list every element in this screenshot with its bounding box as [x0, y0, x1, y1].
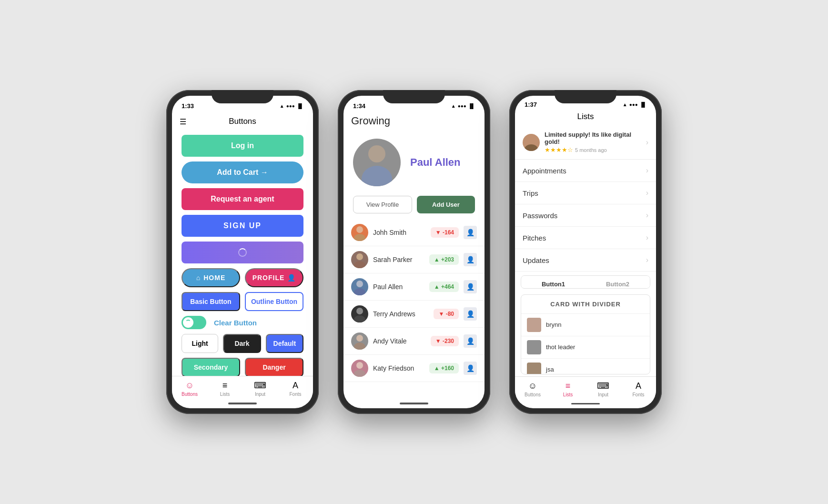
- user-name-5: Katy Friedson: [373, 364, 424, 372]
- table-row: Paul Allen ▲ +464 👤: [343, 273, 485, 301]
- buttons-content: Log in Add to Cart → Request an agent SI…: [172, 130, 313, 376]
- tab-toggle: Button1 Button2: [521, 275, 650, 289]
- wifi-icon-3: ▲: [623, 102, 627, 107]
- tab-lists[interactable]: ≡ Lists: [212, 381, 238, 397]
- card-avatar-1: [527, 340, 541, 354]
- tab3-fonts[interactable]: A Fonts: [625, 381, 652, 397]
- time-2: 1:34: [353, 102, 365, 110]
- list-item-label-appointments: Appointments: [523, 167, 566, 175]
- profile-button[interactable]: PROFILE 👤: [245, 268, 303, 287]
- list-item-appointments[interactable]: Appointments ›: [515, 160, 656, 182]
- battery-icon-2: ▐▌: [468, 103, 475, 109]
- agent-button[interactable]: Request an agent: [182, 188, 303, 210]
- page-title-lists: Lists: [515, 110, 656, 125]
- list-item-pitches[interactable]: Pitches ›: [515, 227, 656, 249]
- tab3-lists-label: Lists: [563, 392, 573, 397]
- login-button[interactable]: Log in: [182, 135, 303, 157]
- user-avatar-2: [351, 278, 368, 295]
- home-icon: ⌂: [196, 274, 201, 282]
- svg-point-7: [354, 288, 365, 295]
- buttons-tab-label: Buttons: [182, 392, 198, 397]
- user-action-4[interactable]: 👤: [464, 334, 477, 348]
- svg-point-4: [356, 253, 363, 260]
- chevron-trips: ›: [646, 189, 648, 197]
- score-4: ▼ -230: [431, 336, 459, 346]
- profile-name: Paul Allen: [410, 156, 461, 169]
- view-profile-button[interactable]: View Profile: [353, 196, 412, 213]
- svg-point-13: [354, 370, 365, 377]
- tab-bar-1: ☺ Buttons ≡ Lists ⌨ Input A Fonts: [172, 376, 313, 403]
- signup-button[interactable]: SIGN UP: [182, 215, 303, 237]
- user-name-1: Sarah Parker: [373, 256, 424, 263]
- secondary-button[interactable]: Secondary: [182, 358, 240, 376]
- review-time: 5 months ago: [575, 147, 607, 153]
- toggle-button2[interactable]: Button2: [586, 276, 650, 288]
- page-title-buttons: Buttons: [229, 117, 256, 126]
- review-avatar-svg: [523, 134, 540, 151]
- home-button[interactable]: ⌂ HOME: [182, 268, 240, 287]
- danger-button[interactable]: Danger: [245, 358, 303, 376]
- user-name-4: Andy Vitale: [373, 337, 426, 345]
- review-avatar: [523, 134, 540, 151]
- score-2: ▲ +464: [429, 282, 459, 292]
- default-button[interactable]: Default: [266, 334, 303, 353]
- dark-button[interactable]: Dark: [223, 334, 261, 353]
- toggle-switch[interactable]: [182, 316, 206, 329]
- list-section: Appointments › Trips › Passwords › Pitch…: [515, 160, 656, 272]
- fonts-tab-icon: A: [293, 381, 298, 391]
- tab3-input-label: Input: [598, 392, 608, 397]
- lists-tab-label: Lists: [220, 392, 230, 397]
- svg-point-12: [356, 362, 363, 369]
- user-action-2[interactable]: 👤: [464, 280, 477, 293]
- svg-point-1: [362, 166, 392, 186]
- toggle-inner: [183, 317, 193, 328]
- card-avatar-2: [527, 363, 541, 374]
- tab3-input-icon: ⌨: [597, 381, 609, 391]
- tab3-fonts-label: Fonts: [632, 392, 644, 397]
- clear-button[interactable]: Clear Button: [214, 319, 257, 327]
- add-user-button[interactable]: Add User: [417, 196, 475, 213]
- tab3-buttons-icon: ☺: [528, 381, 537, 391]
- loading-button[interactable]: [182, 242, 303, 263]
- tab3-input[interactable]: ⌨ Input: [590, 381, 616, 397]
- signal-icon-2: ●●●: [458, 103, 466, 109]
- card-user-name-2: jsa: [546, 366, 554, 373]
- input-tab-icon: ⌨: [254, 380, 266, 391]
- tab3-buttons[interactable]: ☺ Buttons: [519, 381, 546, 397]
- card-user-row-2: jsa: [521, 359, 650, 374]
- home-indicator-2: [400, 403, 428, 404]
- outline-button[interactable]: Outline Button: [245, 292, 303, 311]
- list-item-updates[interactable]: Updates ›: [515, 249, 656, 272]
- review-meta: ★★★★☆ 5 months ago: [545, 146, 641, 153]
- hamburger-icon[interactable]: ☰: [180, 117, 186, 126]
- tab3-lists[interactable]: ≡ Lists: [555, 381, 581, 397]
- user-action-0[interactable]: 👤: [464, 226, 477, 239]
- table-row: Katy Friedson ▲ +160 👤: [343, 355, 485, 382]
- phone1-header: ☰ Buttons: [172, 113, 313, 130]
- basic-button[interactable]: Basic Button: [182, 292, 240, 311]
- user-name-2: Paul Allen: [373, 283, 424, 291]
- light-button[interactable]: Light: [182, 334, 218, 353]
- user-action-3[interactable]: 👤: [464, 307, 477, 321]
- table-row: Andy Vitale ▼ -230 👤: [343, 328, 485, 355]
- table-row: Sarah Parker ▲ +203 👤: [343, 246, 485, 273]
- tab-buttons[interactable]: ☺ Buttons: [176, 381, 203, 397]
- battery-icon: ▐▌: [297, 103, 303, 109]
- profile-label: PROFILE: [252, 274, 285, 282]
- chevron-updates: ›: [646, 256, 648, 264]
- tab3-lists-icon: ≡: [565, 381, 571, 391]
- user-action-5[interactable]: 👤: [464, 362, 477, 375]
- list-item-passwords[interactable]: Passwords ›: [515, 204, 656, 227]
- score-5: ▲ +160: [429, 363, 459, 373]
- toggle-button1[interactable]: Button1: [521, 276, 586, 288]
- addcart-button[interactable]: Add to Cart →: [182, 161, 303, 183]
- list-item-trips[interactable]: Trips ›: [515, 182, 656, 204]
- signal-icon-3: ●●●: [629, 102, 638, 107]
- score-1: ▲ +203: [429, 254, 459, 265]
- user-action-1[interactable]: 👤: [464, 253, 477, 266]
- svg-point-2: [356, 226, 363, 233]
- tab-input[interactable]: ⌨ Input: [247, 380, 273, 397]
- notch-3: [555, 90, 616, 103]
- tab-fonts[interactable]: A Fonts: [282, 381, 309, 397]
- list-item-label-trips: Trips: [523, 189, 538, 197]
